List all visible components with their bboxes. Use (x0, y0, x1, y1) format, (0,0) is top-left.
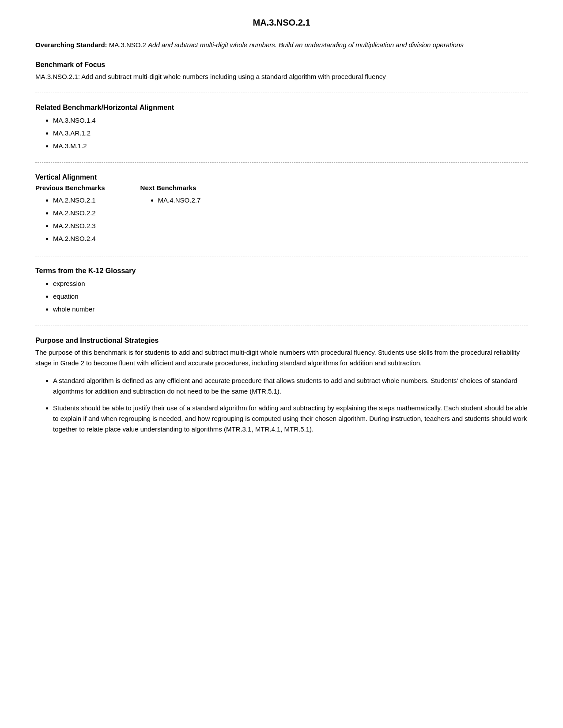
list-item: A standard algorithm is defined as any e… (53, 375, 528, 397)
list-item: MA.3.NSO.1.4 (53, 114, 528, 126)
next-benchmarks-list: MA.4.NSO.2.7 (140, 194, 201, 206)
vertical-alignment-title: Vertical Alignment (35, 173, 528, 181)
benchmark-of-focus-title: Benchmark of Focus (35, 61, 528, 69)
glossary-list: expression equation whole number (35, 278, 528, 315)
glossary-section: Terms from the K-12 Glossary expression … (35, 267, 528, 315)
purpose-bullets-list: A standard algorithm is defined as any e… (35, 375, 528, 435)
vertical-alignment-container: Previous Benchmarks MA.2.NSO.2.1 MA.2.NS… (35, 184, 528, 245)
related-benchmark-title: Related Benchmark/Horizontal Alignment (35, 104, 528, 112)
overarching-standard-label: Overarching Standard: (35, 41, 107, 49)
vertical-alignment-section: Vertical Alignment Previous Benchmarks M… (35, 173, 528, 245)
list-item: MA.2.NSO.2.3 (53, 220, 105, 232)
next-benchmarks-label: Next Benchmarks (140, 184, 201, 191)
purpose-section: Purpose and Instructional Strategies The… (35, 337, 528, 435)
overarching-standard-section: Overarching Standard: MA.3.NSO.2 Add and… (35, 40, 528, 50)
related-benchmark-section: Related Benchmark/Horizontal Alignment M… (35, 104, 528, 152)
previous-benchmarks-list: MA.2.NSO.2.1 MA.2.NSO.2.2 MA.2.NSO.2.3 M… (35, 194, 105, 244)
overarching-standard-text: Add and subtract multi-digit whole numbe… (148, 41, 464, 49)
divider-4 (35, 326, 528, 326)
list-item: equation (53, 290, 528, 302)
list-item: MA.3.AR.1.2 (53, 127, 528, 139)
divider-2 (35, 162, 528, 163)
list-item: Students should be able to justify their… (53, 403, 528, 435)
benchmark-of-focus-section: Benchmark of Focus MA.3.NSO.2.1: Add and… (35, 61, 528, 82)
related-benchmark-list: MA.3.NSO.1.4 MA.3.AR.1.2 MA.3.M.1.2 (35, 114, 528, 152)
previous-benchmarks-label: Previous Benchmarks (35, 184, 105, 191)
list-item: MA.4.NSO.2.7 (158, 194, 201, 206)
next-benchmarks-col: Next Benchmarks MA.4.NSO.2.7 (140, 184, 201, 245)
divider-1 (35, 93, 528, 93)
page-title: MA.3.NSO.2.1 (35, 18, 528, 28)
list-item: MA.2.NSO.2.4 (53, 233, 105, 244)
divider-3 (35, 256, 528, 256)
list-item: MA.2.NSO.2.2 (53, 207, 105, 219)
list-item: MA.3.M.1.2 (53, 140, 528, 152)
list-item: whole number (53, 303, 528, 315)
benchmark-of-focus-text: MA.3.NSO.2.1: Add and subtract multi-dig… (35, 71, 528, 82)
glossary-title: Terms from the K-12 Glossary (35, 267, 528, 275)
purpose-title: Purpose and Instructional Strategies (35, 337, 528, 345)
list-item: MA.2.NSO.2.1 (53, 194, 105, 206)
purpose-intro: The purpose of this benchmark is for stu… (35, 347, 528, 368)
overarching-standard-code: MA.3.NSO.2 (109, 41, 146, 49)
previous-benchmarks-col: Previous Benchmarks MA.2.NSO.2.1 MA.2.NS… (35, 184, 105, 245)
list-item: expression (53, 278, 528, 289)
